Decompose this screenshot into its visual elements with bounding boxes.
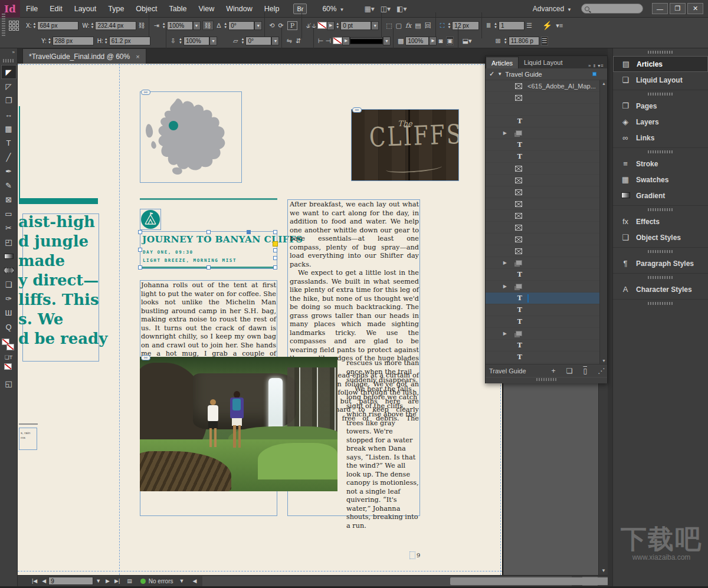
flip-h-icon[interactable]: ⇋ [286,37,291,45]
gutter-field[interactable]: 11.806 p [509,37,539,45]
tab-liquid-layout[interactable]: Liquid Layout [519,57,568,68]
article-item[interactable]: T [486,139,607,151]
article-item[interactable]: T [486,352,607,363]
selection-handle[interactable] [273,265,277,270]
stroke-none-swatch[interactable] [317,22,327,29]
free-transform-tool[interactable]: ◰ [1,235,17,249]
tiny-caption-frame[interactable]: s, rainms [19,428,37,450]
gradient-swatch-tool[interactable] [1,249,17,263]
collapse-panel-icon[interactable]: » [0,48,17,59]
stroke-swatch[interactable] [6,344,14,350]
type-tool[interactable]: T [1,136,17,150]
dock-item-layers[interactable]: ◈Layers [613,114,708,130]
screen-mode-button[interactable]: ◱ [1,376,17,390]
menu-layout[interactable]: Layout [68,0,103,18]
hikers-waterfall-photo[interactable] [140,357,337,491]
panel-drag-handle[interactable] [648,302,674,305]
panel-drag-handle[interactable] [648,208,674,211]
selection-handle-filled[interactable] [247,230,251,234]
panel-toggle-icons[interactable]: ▦▾ ◫▾ ◧▾ [364,5,407,13]
link-badge-icon[interactable]: ⚯ [141,355,150,360]
wrap-jump-icon[interactable]: ▣ [446,37,453,45]
menu-type[interactable]: Type [102,0,130,18]
dock-item-pages[interactable]: ❐Pages [613,98,708,114]
article-item[interactable]: ▶ [486,257,607,269]
maximize-button[interactable]: ❐ [670,3,686,14]
chevron-down-icon[interactable]: ▼ [179,578,185,584]
expand-triangle-icon[interactable]: ▶ [486,331,507,336]
zoom-level-dropdown[interactable]: 60%▼ [322,5,344,13]
chevron-icon[interactable]: ▶ [342,37,350,45]
panel-drag-handle[interactable] [486,378,607,383]
chevron-down-icon[interactable]: ▼ [209,37,217,45]
selection-handle[interactable] [273,230,277,234]
scale-y-field[interactable]: 100% [183,37,209,45]
panel-menu-icon[interactable]: ▾≡ [556,22,563,29]
article-header-row[interactable]: ✓ ▼ Travel Guide [486,68,607,80]
flip-v-icon[interactable]: ⇵ [296,37,301,45]
scroll-up-icon[interactable]: ▲ [600,81,607,86]
hand-tool[interactable]: Ш [1,306,17,320]
chevron-icon[interactable]: ▶ [327,21,335,30]
note-tool[interactable]: ❑ [1,277,17,291]
wrap-bounding-icon[interactable]: 回 [425,21,431,30]
prev-page-button[interactable]: ◀ [42,578,46,584]
page-tool[interactable]: ❐ [1,93,17,107]
article-item[interactable] [486,175,607,186]
expand-triangle-icon[interactable]: ▶ [486,260,507,265]
chevron-down-icon[interactable]: ▼ [96,578,101,584]
columns-field[interactable]: 1 [499,21,525,30]
selection-handle[interactable] [138,265,142,270]
corner-options-icon[interactable]: ⬚ [386,22,392,29]
wrap-offset-field[interactable]: 12 px [452,21,479,30]
article-item[interactable]: T [486,340,607,352]
dock-item-paragraph-styles[interactable]: ¶Paragraph Styles [613,255,708,271]
panel-drag-handle[interactable] [648,250,674,253]
link-badge-icon[interactable]: ⚯ [352,107,362,113]
panel-scrollbar[interactable]: ▲ ▼ [599,80,607,364]
opacity-field[interactable]: 100% [405,37,429,45]
minimize-button[interactable]: — [652,3,668,14]
dock-item-object-styles[interactable]: ❑Object Styles [613,229,708,245]
selection-handle[interactable] [206,230,211,234]
search-input[interactable] [581,4,643,14]
document-tab[interactable]: *TravelGuide_Final.indd @ 60% × [22,48,146,64]
y-field[interactable]: 288 px [53,37,94,45]
article-item[interactable] [486,245,607,257]
direct-selection-tool[interactable]: ◸ [1,79,17,93]
scroll-left-icon[interactable]: ◀ [192,578,196,584]
rotate-ccw-icon[interactable]: ⟲ [269,22,274,29]
panel-drag-handle[interactable] [648,276,674,279]
article-item[interactable] [486,104,607,116]
line-tool[interactable]: ╱ [1,150,17,164]
rotation-field[interactable]: 0° [228,21,254,30]
fitting-dropdown-icon[interactable]: ⬓▾ [463,37,472,45]
article-item[interactable]: <615_Adobe_AI_Map... [486,80,607,92]
expand-triangle-icon[interactable]: ▶ [486,284,507,289]
frame-fitting-icon[interactable]: ⛶ [440,22,445,29]
gradient-feather-tool[interactable] [1,263,17,277]
scroll-down-icon[interactable]: ▼ [600,359,607,363]
new-article-icon[interactable]: ❏ [566,367,573,375]
workspace-switcher[interactable]: Advanced▼ [533,5,572,13]
chevron-down-icon[interactable]: ▼ [371,21,379,30]
article-item[interactable]: T [486,316,607,328]
island-map-frame[interactable] [140,91,242,183]
reference-point-grid[interactable] [9,21,19,31]
quick-apply-icon[interactable]: ⚡ [542,21,552,30]
fill-stroke-swatches[interactable] [2,339,16,352]
article-item[interactable] [486,163,607,175]
article-item[interactable]: ▶ [486,281,607,293]
rotate-cw-icon[interactable]: ⟳ [278,22,283,29]
stroke-weight-field[interactable]: 0 pt [340,21,371,30]
chevron-down-icon[interactable]: ▼ [271,37,279,45]
pen-tool[interactable]: ✒ [1,164,17,178]
dock-item-swatches[interactable]: ▦Swatches [613,172,708,188]
preflight-icon[interactable]: ▤ [127,578,132,584]
scale-x-field[interactable]: 100% [167,21,193,30]
frame-tool[interactable]: ⊠ [1,192,17,206]
selection-handle[interactable] [138,230,142,234]
article-item[interactable]: ▶ [486,127,607,139]
article-item[interactable] [486,198,607,210]
next-page-button[interactable]: ▶ [106,578,110,584]
